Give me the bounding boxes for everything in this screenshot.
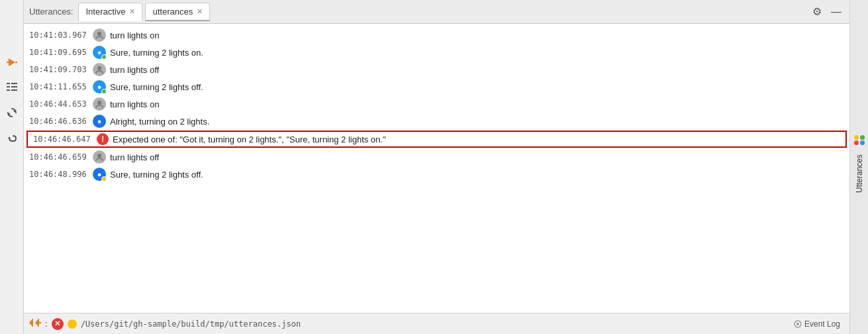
minimize-button[interactable]: — [828, 5, 844, 19]
assistant-avatar: ● [93, 80, 106, 93]
timestamp: 10:41:03.967 [29, 30, 89, 40]
timestamp: 10:46:46.647 [33, 135, 93, 144]
svg-marker-15 [29, 318, 33, 327]
status-dot [101, 54, 107, 60]
assistant-avatar: ● [93, 46, 106, 59]
log-text: Sure, turning 2 lights off. [110, 82, 844, 92]
refresh-icon[interactable] [3, 103, 21, 122]
log-text: Alright, turning on 2 lights. [110, 117, 844, 127]
svg-point-11 [97, 32, 101, 36]
event-log-label: Event Log [804, 319, 840, 329]
tab-interactive-close[interactable]: ✕ [129, 8, 135, 15]
user-avatar [93, 150, 106, 164]
tab-interactive[interactable]: Interactive ✕ [78, 3, 142, 21]
footer-play-icon[interactable] [29, 318, 41, 330]
utterances-prefix: Utterances: [29, 7, 73, 17]
footer-bar: : ✕ /Users/git/gh-sample/build/tmp/utter… [24, 313, 849, 334]
tab-utterances-label: utterances [152, 7, 193, 17]
tab-utterances[interactable]: utterances ✕ [145, 3, 210, 21]
log-row: 10:46:44.653 turn lights on [24, 95, 849, 113]
tab-utterances-close[interactable]: ✕ [197, 8, 203, 15]
log-text: Sure, turning 2 lights off. [110, 170, 844, 180]
user-avatar [93, 28, 106, 42]
footer-status-dot [68, 319, 77, 329]
svg-marker-16 [35, 318, 39, 327]
status-dot [101, 89, 107, 94]
svg-rect-8 [11, 89, 17, 91]
error-log-row: 10:46:46.647 ! Expected one of: "Got it,… [27, 131, 847, 148]
gear-button[interactable]: ⚙ [810, 4, 824, 19]
undo-icon[interactable] [3, 129, 21, 147]
tab-bar: Utterances: Interactive ✕ utterances ✕ ⚙… [24, 0, 849, 24]
right-sidebar[interactable]: Utterances [849, 0, 868, 334]
list-icon[interactable] [3, 78, 21, 97]
timestamp: 10:46:46.636 [29, 117, 89, 126]
play-icon[interactable] [3, 53, 21, 72]
event-log-button[interactable]: Event Log [790, 318, 844, 330]
status-dot [101, 176, 107, 182]
log-row: 10:46:48.996 ● Sure, turning 2 lights of… [24, 166, 849, 183]
svg-rect-4 [11, 83, 17, 84]
log-text: turn lights off [110, 152, 844, 162]
assistant-avatar: ● [93, 115, 106, 128]
svg-point-12 [97, 66, 101, 70]
log-row: 10:41:11.655 ● Sure, turning 2 lights of… [24, 78, 849, 95]
log-text: turn lights off [110, 65, 844, 75]
log-text: turn lights on [110, 30, 844, 40]
user-avatar [93, 63, 106, 76]
log-row: 10:46:46.636 ● Alright, turning on 2 lig… [24, 113, 849, 130]
log-text: Sure, turning 2 lights on. [110, 48, 844, 58]
svg-point-19 [796, 323, 799, 325]
svg-point-13 [97, 101, 101, 105]
tab-bar-actions: ⚙ — [810, 4, 844, 19]
svg-point-14 [97, 154, 101, 158]
right-sidebar-icon [854, 135, 865, 145]
svg-rect-5 [7, 86, 10, 87]
content-area[interactable]: 10:41:03.967 turn lights on 10:41:09.695… [24, 24, 849, 313]
user-avatar [93, 97, 106, 111]
log-text: turn lights on [110, 99, 844, 109]
log-row: 10:41:09.703 turn lights off [24, 61, 849, 78]
footer-colon: : [45, 319, 48, 329]
timestamp: 10:41:11.655 [29, 82, 89, 91]
timestamp: 10:46:46.659 [29, 152, 89, 162]
left-sidebar [0, 0, 24, 334]
log-row: 10:46:46.659 turn lights off [24, 148, 849, 166]
svg-marker-0 [9, 58, 15, 66]
svg-rect-6 [11, 86, 17, 87]
footer-error-badge: ✕ [52, 318, 64, 330]
svg-rect-7 [7, 89, 10, 91]
timestamp: 10:41:09.695 [29, 48, 89, 57]
timestamp: 10:41:09.703 [29, 65, 89, 74]
log-row: 10:41:03.967 turn lights on [24, 27, 849, 44]
log-row: 10:41:09.695 ● Sure, turning 2 lights on… [24, 44, 849, 61]
right-sidebar-label[interactable]: Utterances [852, 149, 867, 198]
svg-rect-3 [7, 83, 10, 84]
main-area: Utterances: Interactive ✕ utterances ✕ ⚙… [24, 0, 849, 334]
timestamp: 10:46:48.996 [29, 170, 89, 179]
footer-path: /Users/git/gh-sample/build/tmp/utterance… [81, 319, 301, 329]
error-text: Expected one of: "Got it, turning on 2 l… [113, 135, 840, 144]
tab-interactive-label: Interactive [85, 7, 125, 17]
error-icon: ! [97, 133, 109, 145]
timestamp: 10:46:44.653 [29, 99, 89, 109]
assistant-avatar: ● [93, 168, 106, 181]
